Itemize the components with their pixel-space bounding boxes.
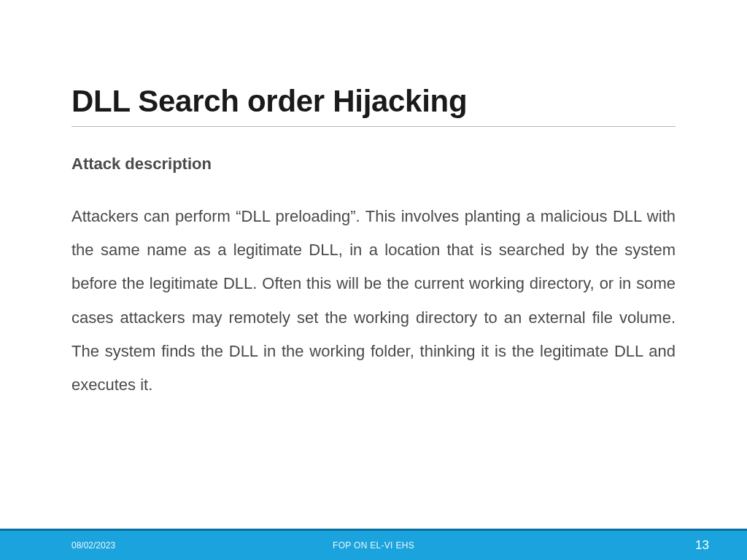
slide-content: DLL Search order Hijacking Attack descri…: [71, 84, 676, 402]
slide-body: Attackers can perform “DLL preloading”. …: [71, 200, 676, 402]
slide: DLL Search order Hijacking Attack descri…: [0, 0, 747, 560]
slide-title: DLL Search order Hijacking: [71, 84, 676, 127]
slide-subtitle: Attack description: [71, 155, 676, 174]
footer-center: FOP ON EL-VI EHS: [0, 540, 747, 551]
footer-page-number: 13: [695, 538, 709, 553]
slide-footer: 08/02/2023 FOP ON EL-VI EHS 13: [0, 529, 747, 560]
